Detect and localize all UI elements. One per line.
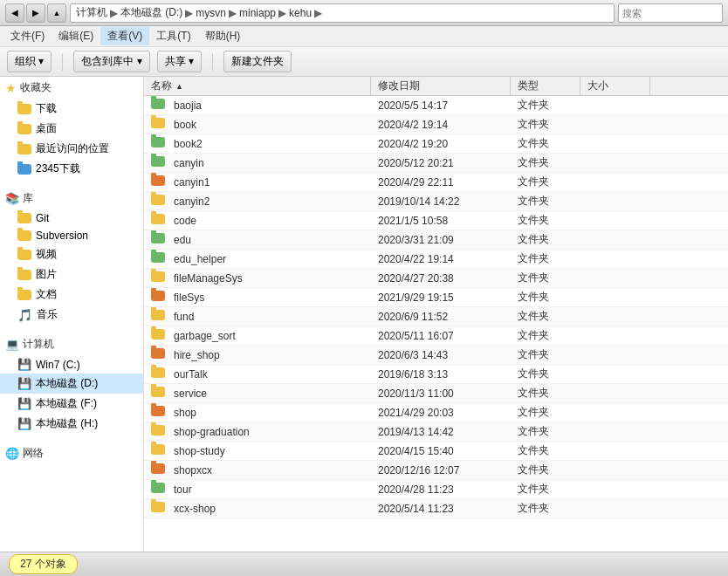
- file-date-cell: 2020/4/29 22:11: [371, 173, 511, 191]
- table-row[interactable]: tour 2020/4/28 11:23 文件夹: [144, 480, 728, 499]
- file-folder-icon: [151, 387, 165, 397]
- sidebar-item-desktop[interactable]: 桌面: [0, 119, 143, 139]
- table-row[interactable]: edu_helper 2020/4/22 19:14 文件夹: [144, 250, 728, 269]
- sidebar-item-drive-h[interactable]: 💾 本地磁盘 (H:): [0, 414, 143, 434]
- sidebar-item-music[interactable]: 🎵 音乐: [0, 305, 143, 325]
- breadcrumb-sep-5: ▶: [314, 7, 322, 19]
- table-row[interactable]: xcx-shop 2020/5/14 11:23 文件夹: [144, 499, 728, 518]
- table-row[interactable]: book 2020/4/2 19:14 文件夹: [144, 115, 728, 134]
- table-row[interactable]: canyin1 2020/4/29 22:11 文件夹: [144, 173, 728, 192]
- menu-file[interactable]: 文件(F): [3, 27, 52, 45]
- folder-icon-photo: [17, 270, 31, 280]
- new-folder-button[interactable]: 新建文件夹: [223, 51, 292, 72]
- table-row[interactable]: canyin2 2019/10/14 14:22 文件夹: [144, 192, 728, 211]
- file-date-cell: 2020/4/2 19:20: [371, 134, 511, 153]
- file-name-text: tour: [174, 483, 192, 496]
- computer-header[interactable]: 💻 计算机: [0, 333, 143, 355]
- library-icon: 📚: [5, 192, 19, 206]
- sidebar-item-subversion[interactable]: Subversion: [0, 227, 143, 244]
- file-name-cell: book2: [144, 134, 371, 153]
- sidebar-item-recent[interactable]: 最近访问的位置: [0, 139, 143, 159]
- table-row[interactable]: code 2021/1/5 10:58 文件夹: [144, 211, 728, 230]
- sidebar-item-git[interactable]: Git: [0, 209, 143, 227]
- col-header-type[interactable]: 类型: [511, 77, 580, 95]
- menu-edit[interactable]: 编辑(E): [52, 27, 100, 45]
- status-count: 27 个对象: [9, 554, 78, 574]
- table-row[interactable]: shop 2021/4/29 20:03 文件夹: [144, 403, 728, 422]
- file-folder-icon: [151, 502, 165, 512]
- file-date-cell: 2020/11/3 11:00: [371, 384, 511, 402]
- file-size-cell: [580, 154, 650, 172]
- sidebar: ★ 收藏夹 下载 桌面 最近访问的位置 2345下载: [0, 77, 144, 552]
- table-row[interactable]: shop-graduation 2019/4/13 14:42 文件夹: [144, 422, 728, 442]
- col-header-date[interactable]: 修改日期: [371, 77, 511, 95]
- organize-button[interactable]: 组织 ▾: [7, 51, 52, 72]
- folder-icon-desktop: [17, 124, 31, 134]
- file-size-cell: [580, 96, 650, 114]
- sidebar-git-label: Git: [36, 212, 49, 224]
- sidebar-item-video[interactable]: 视频: [0, 244, 143, 264]
- toolbar: 组织 ▾ 包含到库中 ▾ 共享 ▾ 新建文件夹: [0, 47, 728, 77]
- sidebar-item-download[interactable]: 下载: [0, 99, 143, 119]
- folder-icon-2345: [17, 164, 31, 175]
- sidebar-item-win7c[interactable]: 💾 Win7 (C:): [0, 355, 143, 374]
- file-type-cell: 文件夹: [511, 192, 580, 210]
- table-row[interactable]: fileManageSys 2020/4/27 20:38 文件夹: [144, 269, 728, 288]
- file-name-cell: tour: [144, 480, 371, 498]
- file-date-cell: 2020/5/12 20:21: [371, 154, 511, 172]
- search-input[interactable]: [622, 8, 718, 18]
- file-folder-icon: [151, 137, 165, 147]
- file-name-text: book2: [174, 138, 203, 150]
- file-area: 名称 ▲ 修改日期 类型 大小 baojia 2020/5/5 14:17 文件…: [144, 77, 728, 552]
- file-name-cell: fileManageSys: [144, 269, 371, 287]
- table-row[interactable]: book2 2020/4/2 19:20 文件夹: [144, 134, 728, 154]
- table-row[interactable]: shop-study 2020/4/15 15:40 文件夹: [144, 442, 728, 461]
- folder-icon-recent: [17, 144, 31, 154]
- col-header-name[interactable]: 名称 ▲: [144, 77, 371, 95]
- file-folder-icon: [151, 252, 165, 263]
- menu-tools[interactable]: 工具(T): [149, 27, 197, 45]
- sidebar-2345-label: 2345下载: [36, 161, 80, 176]
- table-row[interactable]: garbage_sort 2020/5/11 16:07 文件夹: [144, 326, 728, 346]
- file-type-cell: 文件夹: [511, 269, 580, 287]
- menu-help[interactable]: 帮助(H): [198, 27, 248, 45]
- sidebar-music-label: 音乐: [37, 307, 58, 322]
- file-name-cell: edu: [144, 230, 371, 249]
- file-folder-icon: [151, 463, 165, 474]
- file-size-cell: [580, 134, 650, 153]
- up-button[interactable]: ▲: [47, 3, 66, 23]
- file-type-cell: 文件夹: [511, 307, 580, 326]
- sidebar-item-drive-d[interactable]: 💾 本地磁盘 (D:): [0, 374, 143, 394]
- table-row[interactable]: fileSys 2021/9/29 19:15 文件夹: [144, 288, 728, 307]
- library-header[interactable]: 📚 库: [0, 188, 143, 209]
- forward-button[interactable]: ▶: [26, 3, 45, 23]
- favorites-header[interactable]: ★ 收藏夹: [0, 77, 143, 99]
- back-button[interactable]: ◀: [5, 3, 24, 23]
- file-name-text: book: [174, 119, 196, 131]
- search-box[interactable]: [618, 3, 723, 23]
- table-row[interactable]: fund 2020/6/9 11:52 文件夹: [144, 307, 728, 326]
- table-row[interactable]: canyin 2020/5/12 20:21 文件夹: [144, 154, 728, 173]
- file-name-text: service: [174, 387, 207, 400]
- include-library-button[interactable]: 包含到库中 ▾: [73, 51, 149, 72]
- share-button[interactable]: 共享 ▾: [157, 51, 202, 72]
- file-icon-wrap: [151, 406, 169, 419]
- sidebar-item-photo[interactable]: 图片: [0, 264, 143, 285]
- col-header-size[interactable]: 大小: [580, 77, 650, 95]
- sidebar-item-docs[interactable]: 文档: [0, 285, 143, 305]
- network-header[interactable]: 🌐 网络: [0, 442, 143, 464]
- file-type-cell: 文件夹: [511, 365, 580, 383]
- breadcrumb-miniapp: miniapp: [239, 7, 276, 19]
- sidebar-item-2345download[interactable]: 2345下载: [0, 159, 143, 179]
- breadcrumb[interactable]: 计算机 ▶ 本地磁盘 (D:) ▶ mysvn ▶ miniapp ▶ kehu…: [70, 3, 615, 23]
- menu-view[interactable]: 查看(V): [100, 27, 149, 45]
- breadcrumb-kehu: kehu: [289, 7, 312, 19]
- table-row[interactable]: shopxcx 2020/12/16 12:07 文件夹: [144, 461, 728, 480]
- table-row[interactable]: baojia 2020/5/5 14:17 文件夹: [144, 96, 728, 115]
- table-row[interactable]: ourTalk 2019/6/18 3:13 文件夹: [144, 365, 728, 384]
- table-row[interactable]: edu 2020/3/31 21:09 文件夹: [144, 230, 728, 250]
- file-date-cell: 2020/4/28 11:23: [371, 480, 511, 498]
- table-row[interactable]: hire_shop 2020/6/3 14:43 文件夹: [144, 346, 728, 365]
- table-row[interactable]: service 2020/11/3 11:00 文件夹: [144, 384, 728, 403]
- sidebar-item-drive-f[interactable]: 💾 本地磁盘 (F:): [0, 394, 143, 414]
